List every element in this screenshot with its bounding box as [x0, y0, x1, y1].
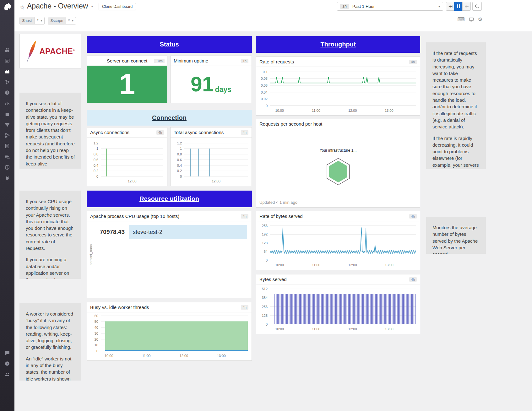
rate-of-requests-chart[interactable]: 00.020.040.060.080.1 10:0011:0012:0013:0… [259, 68, 417, 113]
users-icon[interactable] [0, 369, 14, 380]
widget-async-connections[interactable]: Async connections4h 00.20.40.60.811.2 12… [87, 127, 167, 186]
toplist-value: 70978.43 [90, 229, 129, 235]
uptime-value: 91 [191, 74, 214, 95]
metrics-gauge-icon[interactable] [0, 98, 14, 109]
zoom-out-button[interactable] [472, 2, 482, 11]
watchdog-binoculars-icon[interactable] [0, 45, 14, 55]
time-forward-button[interactable]: ▶▶ [462, 2, 471, 11]
note-bytes-served: Monitors the average number of bytes ser… [426, 217, 486, 254]
note-worker-threads: A worker is considered “busy” if it is i… [19, 303, 81, 381]
widget-title: Apache process CPU usage (top 10 hosts) [90, 214, 179, 219]
events-list-icon[interactable] [0, 55, 14, 66]
y-axis-labels: 0128256384512 [259, 287, 269, 324]
section-title: Throughput [320, 41, 356, 48]
keyboard-shortcuts-icon[interactable]: ⌨ [458, 17, 465, 22]
widget-rate-of-bytes-served[interactable]: Rate of bytes served4h 064128192256 10:0… [256, 211, 420, 270]
x-axis-labels: 10:0011:0012:0013:00 [270, 326, 416, 331]
apm-filter-icon[interactable] [0, 119, 14, 130]
section-banner-status[interactable]: Status [87, 36, 252, 53]
tv-mode-icon[interactable] [469, 17, 474, 22]
uptime-value-block: 91 days [171, 66, 252, 103]
updated-timestamp: Updated < 1 min ago [259, 200, 297, 205]
widget-title: Server can connect [107, 58, 147, 63]
note-text: If you are running a database and/or app… [26, 256, 75, 279]
logs-search-icon[interactable] [0, 151, 14, 162]
plot-area [101, 140, 163, 176]
security-shield-icon[interactable] [0, 162, 14, 173]
section-banner-resource-utilization[interactable]: Resource utilization [87, 191, 252, 207]
x-axis-labels: 12:00 [101, 178, 163, 183]
chevron-down-icon: ▾ [91, 4, 93, 8]
toplist-bar[interactable]: steve-test-2 [129, 225, 247, 239]
note-cpu-usage: If you see CPU usage continually rising … [19, 191, 81, 279]
time-window-badge: 10m [154, 59, 165, 63]
time-range-label: Past 1 Hour [352, 4, 375, 9]
total-async-connections-chart[interactable]: 00.20.40.60.811.2 12:00 [173, 138, 249, 184]
widget-rate-of-requests[interactable]: Rate of requests4h 00.020.040.060.080.1 … [256, 57, 420, 116]
help-question-icon[interactable]: ? [0, 358, 14, 369]
widget-title: Busy vs. idle worker threads [90, 305, 149, 310]
widget-bytes-served[interactable]: Bytes served4h 0128256384512 10:0011:001… [256, 274, 420, 334]
note-text: Monitors the average number of bytes ser… [432, 224, 480, 254]
busy-idle-chart[interactable]: 0102030405060 10:0011:0012:0013:00 [90, 313, 249, 359]
x-axis-labels: 10:0011:0012:0013:00 [270, 262, 416, 267]
widget-server-can-connect[interactable]: Server can connect10m 1 [87, 56, 167, 103]
traces-branch-icon[interactable] [0, 130, 14, 141]
check-status-ok: 1 [87, 66, 167, 103]
dashboard-title-group[interactable]: Apache - Overview ▾ [27, 2, 93, 10]
y-axis-labels: 0102030405060 [90, 315, 100, 351]
widget-title: Async connections [90, 130, 129, 135]
section-title: Status [160, 41, 179, 48]
dashboards-chart-icon[interactable] [0, 66, 14, 77]
widget-title: Minimum uptime [174, 58, 208, 63]
monitors-alert-icon[interactable] [0, 87, 14, 98]
infrastructure-hexagons-icon[interactable] [0, 77, 14, 87]
bytes-served-chart[interactable]: 0128256384512 10:0011:0012:0013:00 [259, 285, 417, 332]
widget-cpu-toplist[interactable]: Apache process CPU usage (top 10 hosts)4… [87, 211, 252, 298]
var-name: $host [20, 17, 35, 24]
datadog-logo[interactable] [2, 2, 12, 12]
widget-total-async-connections[interactable]: Total async connections4h 00.20.40.60.81… [170, 127, 252, 186]
y-axis-labels: 064128192256 [259, 224, 269, 260]
widget-title: Rate of bytes served [259, 214, 303, 219]
host-hexagon[interactable] [326, 158, 351, 187]
plot-area [101, 315, 248, 351]
favorite-star-icon[interactable]: ☆ [19, 4, 25, 11]
header-tools: ⌨ ⚙ [458, 17, 482, 22]
template-var-host[interactable]: $host * ▾ [19, 17, 45, 24]
notebook-icon[interactable] [0, 141, 14, 151]
widget-requests-per-second-per-host[interactable]: Requests per second per host Your infras… [256, 119, 420, 208]
clone-dashboard-button[interactable]: Clone Dashboard [99, 3, 136, 10]
time-range-selector[interactable]: 1h Past 1 Hour ▾ [337, 2, 443, 11]
time-window-badge: 1h [241, 59, 248, 63]
widget-title: Bytes served [259, 277, 287, 282]
widget-minimum-uptime[interactable]: Minimum uptime1h 91 days [170, 56, 252, 103]
svg-text:?: ? [6, 362, 8, 365]
plot-area [270, 287, 416, 324]
caret-down-icon: ▾ [41, 19, 44, 22]
time-rewind-button[interactable]: ◀◀ [446, 2, 454, 11]
widget-busy-idle-workers[interactable]: Busy vs. idle worker threads4h 010203040… [87, 302, 252, 361]
toplist-row: 70978.43 steve-test-2 [90, 225, 247, 239]
section-banner-throughput[interactable]: Throughput [256, 36, 420, 53]
x-axis-labels: 10:0011:0012:0013:00 [101, 353, 248, 358]
integrations-puzzle-icon[interactable] [0, 109, 14, 119]
template-var-scope[interactable]: $scope * ▾ [48, 17, 76, 24]
x-axis-labels: 12:00 [184, 178, 248, 183]
synthetics-bot-icon[interactable] [0, 173, 14, 183]
time-window-badge: 4h [409, 214, 417, 219]
gear-icon[interactable]: ⚙ [478, 17, 482, 22]
time-pause-button[interactable] [454, 2, 463, 11]
section-banner-connection[interactable]: Connection [87, 110, 252, 126]
time-window-badge: 4h [409, 60, 417, 64]
note-keep-alive: If you see a lot of connections in a kee… [19, 93, 81, 169]
note-text: If the rate of requests is dramatically … [432, 50, 480, 130]
sidebar-nav [0, 45, 14, 183]
rate-of-bytes-chart[interactable]: 064128192256 10:0011:0012:0013:00 [259, 222, 417, 268]
time-window-badge: 4h [409, 277, 417, 282]
async-connections-chart[interactable]: 00.20.40.60.811.2 12:00 [90, 138, 165, 184]
chat-bubble-icon[interactable] [0, 348, 14, 358]
note-text: If you see a lot of connections in a kee… [26, 100, 75, 169]
plot-area [270, 69, 416, 106]
y-axis-labels: 00.20.40.60.811.2 [173, 140, 183, 176]
